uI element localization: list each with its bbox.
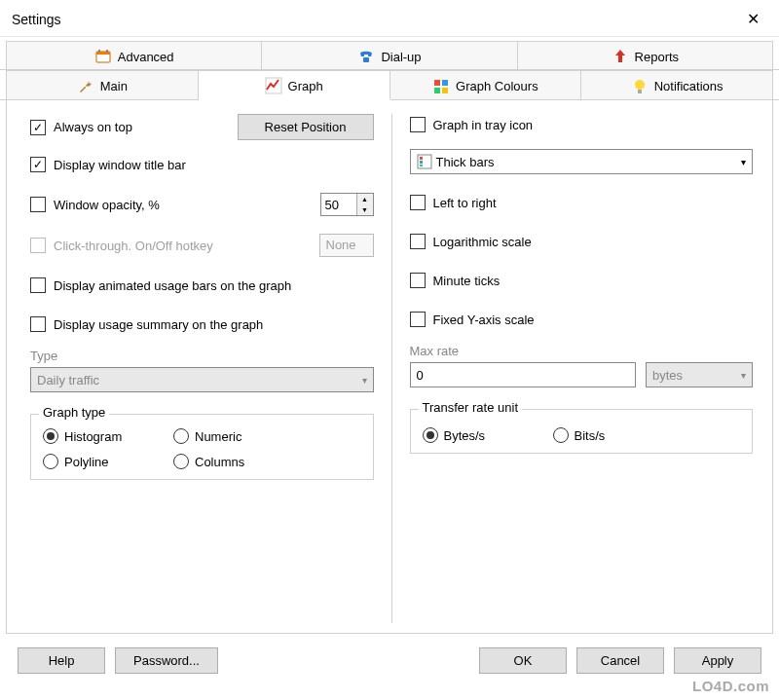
graph-icon — [265, 77, 282, 94]
label-left-to-right: Left to right — [433, 196, 754, 210]
radio-columns[interactable]: Columns — [173, 454, 280, 469]
transfer-unit-legend: Transfer rate unit — [419, 400, 523, 415]
type-combo: Daily traffic ▾ — [30, 367, 374, 392]
max-rate-unit-combo: bytes ▾ — [646, 362, 753, 387]
opacity-spinner[interactable]: ▲ ▼ — [320, 193, 374, 216]
bars-combo[interactable]: Thick bars ▾ — [410, 149, 754, 174]
type-section-label: Type — [30, 349, 374, 363]
graph-type-legend: Graph type — [39, 405, 109, 420]
tab-label: Graph Colours — [456, 79, 538, 93]
checkbox-log-scale[interactable] — [410, 234, 426, 249]
chevron-down-icon[interactable]: ▾ — [741, 157, 746, 167]
svg-rect-9 — [442, 88, 448, 93]
radio-histogram[interactable]: Histogram — [43, 428, 150, 444]
phone-icon — [357, 48, 375, 65]
apply-button[interactable]: Apply — [674, 647, 761, 674]
label-log-scale: Logarithmic scale — [433, 235, 754, 249]
radio-label: Histogram — [64, 429, 122, 444]
bars-value: Thick bars — [436, 155, 495, 169]
label-minute-ticks: Minute ticks — [433, 274, 754, 288]
tab-notifications[interactable]: Notifications — [581, 70, 773, 99]
reset-position-button[interactable]: Reset Position — [238, 114, 374, 140]
tab-label: Notifications — [654, 79, 723, 93]
close-icon[interactable]: ✕ — [739, 8, 767, 30]
radio-polyline[interactable]: Polyline — [43, 454, 150, 469]
label-usage-summary: Display usage summary on the graph — [54, 317, 374, 332]
tab-reports[interactable]: Reports — [518, 41, 773, 69]
tab-main[interactable]: Main — [6, 70, 199, 99]
cancel-button[interactable]: Cancel — [576, 647, 664, 674]
tab-label: Main — [100, 79, 128, 93]
max-rate-label: Max rate — [410, 344, 754, 358]
tab-label: Advanced — [118, 50, 174, 64]
radio-bits[interactable]: Bits/s — [553, 427, 660, 443]
wrench-icon — [77, 78, 94, 95]
radio-numeric[interactable]: Numeric — [173, 428, 280, 444]
svg-rect-14 — [420, 161, 423, 164]
label-fixed-y: Fixed Y-axis scale — [433, 313, 754, 327]
checkbox-left-to-right[interactable] — [410, 195, 426, 210]
checkbox-tray-icon[interactable] — [410, 117, 426, 132]
radio-bytes[interactable]: Bytes/s — [423, 427, 530, 443]
svg-rect-4 — [363, 57, 369, 62]
radio-label: Bytes/s — [444, 428, 486, 443]
checkbox-clickthrough — [30, 238, 46, 253]
spin-down-icon[interactable]: ▼ — [357, 204, 373, 215]
tabs-row-top: Advanced Dial-up Reports — [0, 41, 779, 70]
svg-rect-3 — [106, 50, 108, 53]
type-value: Daily traffic — [37, 373, 99, 387]
svg-point-10 — [635, 80, 645, 90]
max-rate-unit-value: bytes — [652, 368, 683, 383]
checkbox-fixed-y[interactable] — [410, 312, 426, 327]
chevron-down-icon: ▾ — [741, 370, 746, 381]
svg-rect-13 — [420, 157, 423, 160]
svg-rect-15 — [420, 165, 423, 166]
svg-rect-6 — [434, 80, 440, 86]
tab-label: Reports — [635, 50, 680, 64]
svg-rect-7 — [442, 80, 448, 86]
checkbox-opacity[interactable] — [30, 197, 46, 212]
checkbox-animated-bars[interactable] — [30, 277, 46, 293]
checkbox-always-on-top[interactable]: ✓ — [30, 120, 46, 135]
help-button[interactable]: Help — [18, 647, 105, 674]
tab-label: Graph — [288, 79, 323, 93]
bulb-icon — [631, 78, 649, 95]
tab-label: Dial-up — [381, 50, 421, 64]
left-column: ✓ Always on top Reset Position ✓ Display… — [30, 114, 391, 623]
label-animated-bars: Display animated usage bars on the graph — [54, 278, 374, 293]
transfer-unit-fieldset: Transfer rate unit Bytes/s Bits/s — [410, 409, 754, 454]
tab-graph[interactable]: Graph — [199, 70, 390, 100]
svg-rect-8 — [434, 88, 440, 93]
password-button[interactable]: Password... — [115, 647, 218, 674]
tab-advanced[interactable]: Advanced — [6, 41, 262, 69]
ok-button[interactable]: OK — [479, 647, 567, 674]
chevron-down-icon: ▾ — [362, 375, 367, 386]
palette-icon — [432, 78, 450, 95]
up-arrow-icon — [612, 48, 629, 65]
radio-label: Bits/s — [575, 428, 606, 443]
checkbox-minute-ticks[interactable] — [410, 273, 426, 288]
max-rate-input[interactable] — [410, 362, 637, 387]
footer-buttons: Help Password... OK Cancel Apply — [0, 634, 779, 687]
right-column: Graph in tray icon Thick bars ▾ Left to … — [391, 114, 754, 623]
clickthrough-hotkey-field: None — [319, 234, 374, 257]
graph-type-fieldset: Graph type Histogram Numeric Polyline — [30, 414, 374, 480]
settings-panel: ✓ Always on top Reset Position ✓ Display… — [6, 100, 773, 634]
opacity-input[interactable] — [321, 194, 356, 215]
label-always-on-top: Always on top — [54, 120, 238, 134]
tab-graph-colours[interactable]: Graph Colours — [390, 70, 582, 99]
label-display-titlebar: Display window title bar — [54, 158, 374, 172]
checkbox-usage-summary[interactable] — [30, 316, 46, 332]
titlebar: Settings ✕ — [0, 0, 779, 37]
radio-label: Numeric — [195, 429, 241, 444]
label-tray-icon: Graph in tray icon — [433, 118, 754, 132]
tabs-row-bottom: Main Graph Graph Colours Notifications — [0, 70, 779, 100]
tab-dialup[interactable]: Dial-up — [262, 41, 517, 69]
spin-up-icon[interactable]: ▲ — [357, 194, 373, 204]
svg-rect-2 — [98, 50, 100, 53]
window-title: Settings — [12, 12, 61, 27]
radio-label: Polyline — [64, 455, 109, 469]
label-clickthrough: Click-through. On/Off hotkey — [54, 239, 319, 253]
label-opacity: Window opacity, % — [54, 198, 320, 212]
checkbox-display-titlebar[interactable]: ✓ — [30, 157, 46, 172]
